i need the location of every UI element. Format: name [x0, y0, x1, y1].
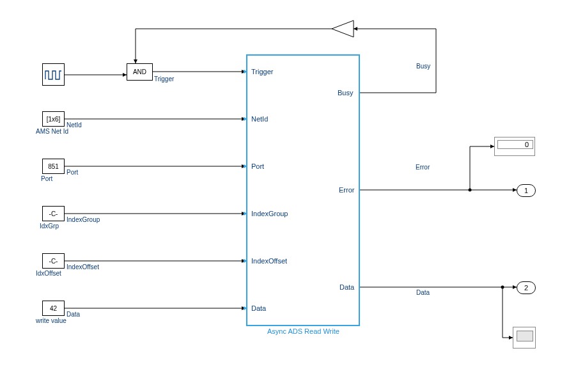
svg-point-13 — [501, 286, 504, 289]
main-in-netid-label: NetId — [251, 115, 268, 123]
idxgrp-value: -C- — [49, 210, 58, 217]
port-block-name: Port — [41, 175, 52, 182]
main-in-trigger-label: Trigger — [251, 68, 273, 75]
and-block[interactable]: AND — [127, 63, 153, 81]
idxoff-signal-label: IndexOffset — [66, 263, 99, 270]
busy-signal-label: Busy — [416, 63, 430, 70]
wval-value: 42 — [50, 305, 57, 312]
port-value: 851 — [48, 163, 59, 170]
wval-constant-block[interactable]: 42 — [42, 301, 65, 316]
outport-1-number: 1 — [524, 187, 528, 194]
main-out-busy-label: Busy — [338, 89, 353, 97]
main-out-error-label: Error — [339, 186, 354, 194]
netid-value: [1x6] — [47, 116, 61, 123]
diagram-canvas: AND Trigger [1x6] NetId AMS Net Id 851 P… — [0, 0, 569, 392]
idxoff-value: -C- — [49, 258, 58, 265]
main-in-data-label: Data — [251, 304, 266, 312]
wval-block-name: write value — [36, 317, 66, 324]
netid-signal-label: NetId — [66, 122, 82, 129]
display-value: 0 — [497, 140, 533, 149]
main-out-data-label: Data — [339, 283, 354, 291]
main-block-title: Async ADS Read Write — [267, 327, 339, 335]
svg-marker-4 — [242, 212, 246, 216]
main-in-idxoff-label: IndexOffset — [251, 257, 287, 265]
idxgrp-signal-label: IndexGroup — [66, 216, 100, 223]
port-signal-label: Port — [66, 169, 78, 176]
wval-signal-label: Data — [66, 311, 80, 318]
svg-marker-8 — [332, 20, 354, 37]
scope-block[interactable] — [513, 327, 536, 349]
port-constant-block[interactable]: 851 — [42, 159, 65, 174]
data-signal-label: Data — [416, 289, 430, 296]
netid-block-name: AMS Net Id — [36, 128, 68, 135]
and-output-signal-label: Trigger — [154, 75, 174, 82]
scope-screen — [517, 331, 533, 341]
idxgrp-constant-block[interactable]: -C- — [42, 206, 65, 221]
outport-2-number: 2 — [524, 284, 528, 292]
svg-point-10 — [469, 189, 472, 192]
idxoff-block-name: IdxOffset — [36, 270, 61, 277]
pulse-icon — [45, 68, 62, 81]
error-signal-label: Error — [416, 164, 430, 171]
svg-marker-3 — [242, 164, 246, 168]
and-block-label: AND — [133, 68, 146, 75]
main-in-idxgrp-label: IndexGroup — [251, 210, 288, 217]
main-in-port-label: Port — [251, 162, 264, 170]
pulse-generator-block[interactable] — [42, 63, 65, 86]
netid-constant-block[interactable]: [1x6] — [42, 111, 65, 127]
idxoff-constant-block[interactable]: -C- — [42, 253, 65, 269]
svg-marker-5 — [242, 259, 246, 263]
display-block[interactable]: 0 — [494, 137, 535, 156]
idxgrp-block-name: IdxGrp — [40, 223, 59, 230]
svg-marker-1 — [242, 70, 246, 74]
outport-1[interactable]: 1 — [517, 184, 536, 197]
outport-2[interactable]: 2 — [517, 281, 536, 294]
svg-marker-7 — [354, 27, 357, 31]
svg-marker-6 — [242, 306, 246, 310]
svg-marker-2 — [242, 117, 246, 121]
